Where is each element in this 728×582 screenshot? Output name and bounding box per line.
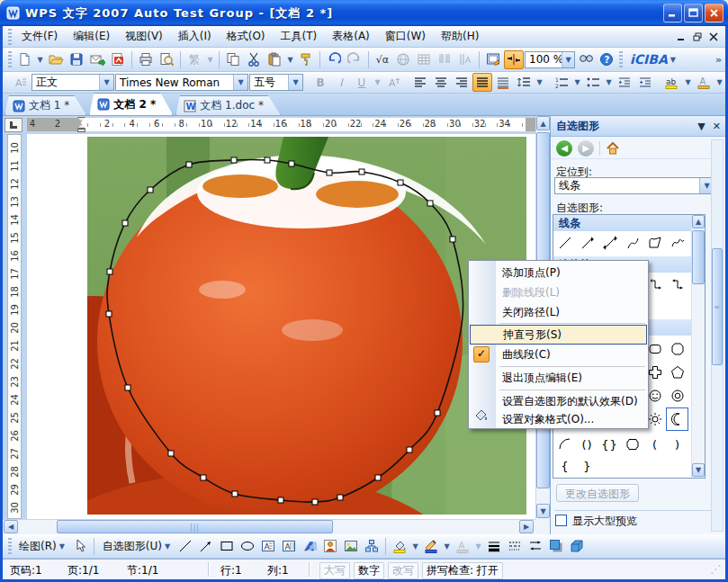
cherry-photo-object[interactable] [87,137,526,515]
status-overtype[interactable]: 改写 [388,562,418,579]
wps-app-icon[interactable] [5,5,21,21]
size-combobox[interactable]: 五号▼ [249,74,303,91]
zoom-dropdown-icon[interactable]: ▼ [562,52,574,67]
large-preview-checkbox[interactable] [555,515,567,526]
textbox-tool-icon[interactable]: A [258,537,278,556]
back-icon[interactable]: ◀ [556,140,572,157]
numbering-icon[interactable]: 12 [552,73,571,92]
toolbar-grip[interactable] [8,51,12,67]
shape-right-bracket[interactable]: ) [666,433,688,456]
shape-curve[interactable] [621,231,643,255]
format-painter-icon[interactable] [296,50,316,69]
tab-doc1[interactable]: 文档 1 * [4,95,86,115]
draw-menu-button[interactable]: 绘图(R)▼ [14,537,69,556]
open-icon[interactable] [46,50,66,69]
menu-file[interactable]: 文件(F) [14,27,65,46]
menu-straight-segment[interactable]: 抻直弓形(S) [470,325,647,345]
new-document-icon[interactable] [14,50,34,69]
toolbar-grip[interactable] [619,51,623,67]
print-preview-icon[interactable] [157,50,176,69]
vertex-handle[interactable] [231,157,237,163]
numbering-dropdown-icon[interactable]: ▼ [572,73,582,92]
oval-tool-icon[interactable] [238,537,257,556]
menu-format-object[interactable]: 设置对象格式(O)... [470,409,647,429]
highlight-dropdown-icon[interactable]: ▼ [683,73,693,92]
vertex-handle[interactable] [232,491,238,497]
shape-arc[interactable] [553,433,576,456]
scroll-down-icon[interactable]: ▼ [536,504,550,518]
left-indent-marker[interactable] [77,129,85,132]
pane-scroll-thumb[interactable]: ≡ [712,248,723,365]
line-color-dropdown-icon[interactable]: ▼ [442,537,452,556]
diagram-icon[interactable] [362,537,382,556]
scroll-left-icon[interactable]: ◀ [4,520,18,533]
pane-scrollbar[interactable]: ≡ [711,139,724,532]
help-icon[interactable]: ? [597,50,616,69]
vertex-handle[interactable] [289,161,294,166]
status-spellcheck[interactable]: 拼写检查: 打开 [422,562,503,579]
vertical-textbox-tool-icon[interactable]: A [279,537,299,556]
tab-doc1-doc[interactable]: W 文档 1.doc * [175,95,281,115]
new-dropdown-icon[interactable]: ▼ [35,50,45,69]
shape-right-brace[interactable]: } [576,454,598,478]
shape-left-bracket[interactable]: ( [643,433,666,456]
align-center-icon[interactable] [431,73,451,92]
pane-dropdown-icon[interactable]: ▼ [697,121,705,132]
undo-icon[interactable] [324,50,344,69]
shadow-style-icon[interactable] [546,537,566,556]
zoom-combobox[interactable]: 100 %▼ [525,51,575,68]
rectangle-tool-icon[interactable] [217,537,237,556]
close-button[interactable] [705,4,724,22]
restore-button[interactable] [684,4,703,22]
status-num-lock[interactable]: 数字 [354,562,384,579]
vertex-handle[interactable] [106,311,112,317]
shape-line[interactable] [553,231,576,255]
font-color-dropdown-icon[interactable]: ▼ [715,73,724,92]
distribute-icon[interactable] [493,73,513,92]
increase-indent-icon[interactable] [635,73,655,92]
menu-add-vertex[interactable]: 添加顶点(P) [470,263,647,282]
font-combobox[interactable]: Times New Roman▼ [115,74,248,91]
shape-plaque[interactable] [621,433,643,456]
shape-double-brace[interactable]: {} [598,433,621,456]
shape-donut[interactable] [666,384,688,407]
horizontal-scroll-thumb[interactable]: ||| [57,520,333,533]
pane-close-icon[interactable]: ✕ [713,121,721,132]
mail-icon[interactable] [87,50,107,69]
vertex-handle[interactable] [278,497,283,503]
shape-arrow[interactable] [576,231,598,255]
vertex-handle[interactable] [265,157,270,163]
resize-grip[interactable]: ⋰ [710,563,722,576]
shape-double-bracket[interactable]: () [576,433,598,456]
vertex-handle[interactable] [125,385,130,390]
vertex-handle[interactable] [359,169,364,175]
vertex-handle[interactable] [398,180,403,185]
vertex-handle[interactable] [327,170,332,175]
status-caps-lock[interactable]: 大写 [319,562,350,579]
wordart-icon[interactable]: AA [300,537,319,556]
page-layout-icon[interactable] [483,50,503,69]
select-objects-icon[interactable] [70,537,90,556]
horizontal-scrollbar[interactable]: ◀ ||| ▶ [3,519,535,534]
fill-color-dropdown-icon[interactable]: ▼ [410,537,420,556]
minimize-button[interactable] [663,4,682,22]
shape-octagon[interactable] [666,337,688,361]
vertex-handle[interactable] [450,237,455,242]
pdf-export-icon[interactable] [108,50,128,69]
vertex-handle[interactable] [375,475,381,480]
menu-help[interactable]: 帮助(H) [434,27,486,46]
listbox-scroll-down-icon[interactable]: ▼ [692,463,705,477]
vertex-handle[interactable] [148,187,153,193]
vertex-handle[interactable] [201,475,206,480]
clipart-icon[interactable] [320,537,340,556]
menu-tools[interactable]: 工具(T) [274,27,325,46]
shape-pentagon[interactable] [666,361,688,384]
home-icon[interactable] [606,141,620,155]
menu-view[interactable]: 视图(V) [118,27,170,46]
menu-curved-segment[interactable]: 曲线段(C) [470,345,647,364]
cut-icon[interactable] [244,50,264,69]
vertex-handle[interactable] [407,447,412,452]
vertex-handle[interactable] [427,201,433,206]
line-tool-icon[interactable] [175,537,195,556]
menu-close-path[interactable]: 关闭路径(L) [470,302,647,322]
